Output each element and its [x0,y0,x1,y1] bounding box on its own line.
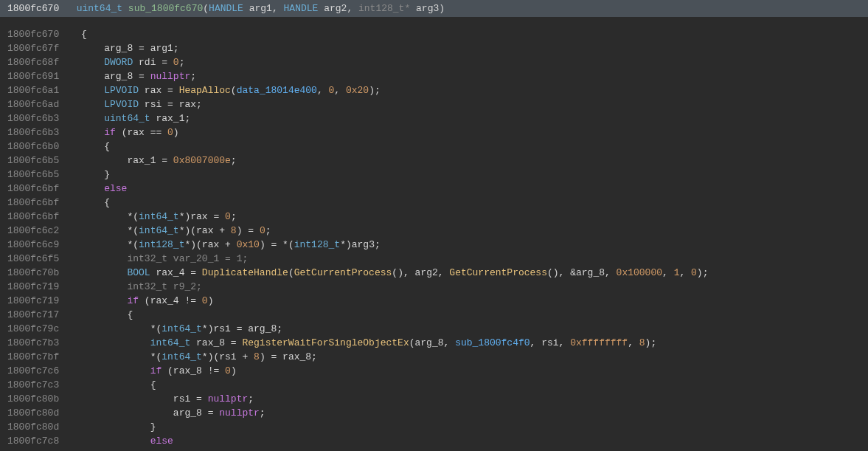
code-line[interactable]: 1800fc6bf { [0,196,868,210]
token-var: *)(rax + [184,239,236,250]
line-address: 1800fc719 [0,294,74,308]
line-address: 1800fc6c9 [0,238,74,252]
line-address: 1800fc6a1 [0,83,74,97]
line-code: arg_8 = arg1; [74,41,179,55]
token-brace: } [150,421,156,433]
code-line[interactable]: 1800fc80b rsi = nullptr; [0,392,868,406]
token-var: , [317,85,329,96]
line-address: 1800fc70b [0,266,74,280]
code-line[interactable]: 1800fc6bf *(int64_t*)rax = 0; [0,210,868,224]
code-line[interactable]: 1800fc79c *(int64_t*)rsi = arg_8; [0,322,868,336]
line-address: 1800fc6b3 [0,125,74,140]
token-var: rsi = [173,393,208,404]
line-code: } [74,420,156,434]
function-name[interactable]: sub_1800fc670 [128,1,203,16]
line-code: arg_8 = nullptr; [74,406,265,420]
token-type: int64_t [162,323,202,334]
code-line[interactable]: 1800fc70b BOOL rax_4 = DuplicateHandle(G… [0,266,868,280]
token-var: ; [179,57,185,68]
line-address: 1800fc6bf [0,182,74,196]
param3-type: int128_t [358,1,404,16]
line-address: 1800fc6f5 [0,252,74,266]
code-line[interactable]: 1800fc6b0 { [0,140,868,154]
line-code: LPVOID rsi = rax; [74,97,202,111]
function-signature-header: 1800fc670 uint64_t sub_1800fc670(HANDLE … [0,0,868,17]
token-ident: data_18014e400 [237,85,317,96]
code-line[interactable]: 1800fc6b3 uint64_t rax_1; [0,111,868,125]
param1-name: arg1 [249,1,272,16]
token-var: *)rax = [179,211,225,222]
param2-type: HANDLE [284,1,319,16]
code-line[interactable]: 1800fc6b5 } [0,168,868,182]
token-var: (rax == [116,127,167,138]
token-var: *)(rsi + [202,351,254,362]
code-line[interactable]: 1800fc670{ [0,27,868,41]
token-var: rax_1; [150,113,191,124]
token-var: (), &arg_8, [547,267,617,278]
code-line[interactable]: 1800fc717 { [0,308,868,322]
line-address: 1800fc7bf [0,350,74,364]
line-address: 1800fc6b5 [0,168,74,182]
line-code: { [74,378,156,392]
token-type: int128_t [294,239,340,250]
code-line[interactable]: 1800fc6a1 LPVOID rax = HeapAlloc(data_18… [0,83,868,97]
token-var: (rax_8 != [162,365,225,376]
token-var: (), arg2, [392,267,449,278]
token-var: arg_8 = [173,407,219,419]
token-var: ) = rax_8; [260,351,317,362]
token-brace: { [104,197,110,208]
code-line[interactable]: 1800fc719 if (rax_4 != 0) [0,294,868,308]
token-number: 0x8007000e [173,155,231,166]
token-var: (arg_8, [409,337,455,348]
token-var: , rsi, [530,337,571,348]
code-line[interactable]: 1800fc7c6 if (rax_8 != 0) [0,364,868,378]
code-line[interactable]: 1800fc6ad LPVOID rsi = rax; [0,97,868,111]
code-line[interactable]: 1800fc6c9 *(int128_t*)(rax + 0x10) = *(i… [0,238,868,252]
line-address: 1800fc717 [0,308,74,322]
token-var: arg_8 = [104,71,150,82]
header-address: 1800fc670 [7,1,59,16]
code-line[interactable]: 1800fc80d arg_8 = nullptr; [0,406,868,420]
code-line[interactable]: 1800fc6b3 if (rax == 0) [0,125,868,140]
code-line[interactable]: 1800fc7bf *(int64_t*)(rsi + 8) = rax_8; [0,350,868,364]
line-address: 1800fc6c2 [0,224,74,238]
line-code: else [74,434,173,448]
line-address: 1800fc80b [0,392,74,406]
line-code: *(int64_t*)rsi = arg_8; [74,322,282,336]
code-line[interactable]: 1800fc6bf else [0,182,868,196]
line-code: uint64_t rax_1; [74,111,190,125]
token-brace: { [127,309,133,320]
code-line[interactable]: 1800fc7c3 { [0,378,868,392]
token-var: rax_1 = [127,155,173,166]
code-line[interactable]: 1800fc80d } [0,420,868,434]
token-keyword: if [150,365,162,376]
code-line[interactable]: 1800fc68f DWORD rdi = 0; [0,55,868,69]
token-var: *( [127,211,139,222]
code-line[interactable]: 1800fc6b5 rax_1 = 0x8007000e; [0,154,868,168]
decompiled-code-view[interactable]: 1800fc670{1800fc67f arg_8 = arg1;1800fc6… [0,17,868,448]
code-line[interactable]: 1800fc6f5 int32_t var_20_1 = 1; [0,252,868,266]
token-var: *( [127,239,139,250]
line-code: if (rax_8 != 0) [74,364,237,378]
token-keyword: nullptr [219,407,260,419]
code-line[interactable]: 1800fc67f arg_8 = arg1; [0,41,868,55]
line-code: *(int64_t*)rax = 0; [74,210,237,224]
token-type: uint64_t [104,113,150,124]
token-comment-type: int32_t var_20_1 = 1; [127,253,248,264]
token-var: ) [208,295,214,306]
token-var: rax = [139,85,179,96]
token-var: ; [260,407,265,419]
token-var: ) [231,365,237,376]
line-address: 1800fc6b0 [0,140,74,154]
code-line[interactable]: 1800fc7c8 else [0,434,868,448]
code-line[interactable]: 1800fc719 int32_t r9_2; [0,280,868,294]
return-type: uint64_t [77,1,122,16]
token-var: rax_8 = [190,337,242,348]
code-line[interactable]: 1800fc691 arg_8 = nullptr; [0,69,868,83]
token-type: LPVOID [104,85,139,96]
code-line[interactable]: 1800fc7b3 int64_t rax_8 = RegisterWaitFo… [0,336,868,350]
line-address: 1800fc7c8 [0,434,74,448]
token-type: DWORD [104,57,133,68]
token-var: ; [248,393,254,404]
code-line[interactable]: 1800fc6c2 *(int64_t*)(rax + 8) = 0; [0,224,868,238]
